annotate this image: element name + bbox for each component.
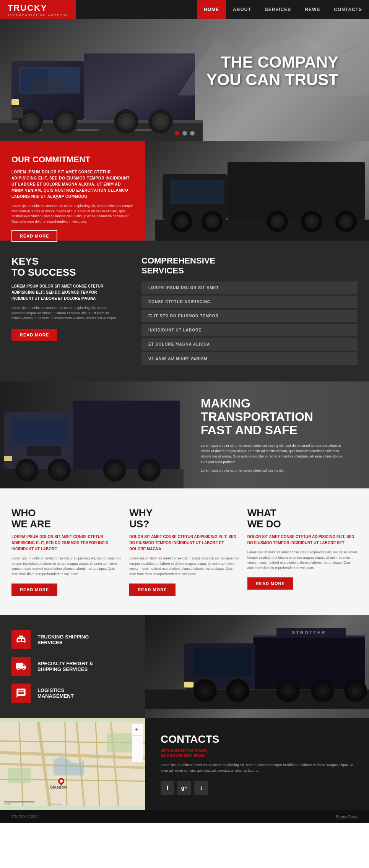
freight-icon-box [11,657,31,676]
who-text: Lorem ipsum dolor sit amet conse ctetur … [11,556,122,577]
freight-text: SPECIALTY FREIGHT &SHIPPING SERVICES [37,661,93,672]
social-icons: f g+ t [161,781,354,795]
svg-point-55 [23,466,31,474]
logistics-icon-box [11,684,31,703]
svg-point-61 [111,466,119,474]
svg-text:0   1km: 0 1km [4,803,11,806]
keys-left: KEYS TO SUCCESS LOREM IPSUM DOLOR SIT AM… [0,241,130,381]
freight-title: SPECIALTY FREIGHT &SHIPPING SERVICES [37,661,93,672]
svg-point-47 [343,218,349,225]
svg-point-22 [156,117,165,126]
service-item-4[interactable]: INCIDIDUNT UT LABORE [141,324,358,336]
nav-about[interactable]: ABOUT [226,0,258,19]
trucking-title: TRUCKING SHIPPINGSERVICES [37,634,89,645]
map-svg: Glasgow + − 0 1km © Map data [0,718,145,810]
why-bold: DOLOR SIT AMET CONSE CTETUR ADIPISICING … [129,534,239,552]
keys-title: KEYS TO SUCCESS [11,256,119,278]
hero-dot-2[interactable] [182,131,187,136]
who-bold: LOREM IPSUM DOLOR SIT AMET CONSE CTETUR … [11,534,122,552]
svg-rect-102 [107,734,134,753]
svg-text:STROTTER: STROTTER [292,630,326,635]
hero-dot-1[interactable] [175,131,179,136]
svg-rect-25 [33,80,63,92]
hero-title: THE COMPANY YOU CAN TRUST [206,53,338,89]
nav-contacts[interactable]: CONTACTS [327,0,369,19]
volvo-truck-svg: STROTTER [145,615,369,718]
hero-truck-svg [0,23,203,141]
svg-point-86 [319,687,327,695]
what-title: WHAT WE DO [247,508,358,529]
svg-rect-23 [11,99,19,105]
why-block: WHY US? DOLOR SIT AMET CONSE CTETUR ADIP… [129,508,239,596]
transport-text-2: Lorem ipsum dolor sit amet conse ctetur … [201,468,346,473]
footer: TRUCKY © 2015. Privacy Policy [0,810,369,823]
commitment-title: OUR COMMITMENT [11,155,134,165]
why-read-more-button[interactable]: READ MORE [129,584,175,596]
chat-icon [16,688,26,698]
svg-text:+: + [135,727,138,733]
twitter-icon[interactable]: t [194,781,208,795]
nav-home[interactable]: HOME [197,0,226,19]
svg-point-35 [178,218,185,225]
services-icons-right: STROTTER [145,615,369,718]
services-list: LOREM IPSUM DOLOR SIT AMET CONSE CTETUR … [141,281,358,365]
trucking-text: TRUCKING SHIPPINGSERVICES [37,634,89,645]
three-cols-section: WHO WE ARE LOREM IPSUM DOLOR SIT AMET CO… [0,488,369,615]
svg-rect-67 [253,635,365,689]
svg-point-58 [55,466,63,474]
svg-rect-24 [11,107,23,118]
nav-links: HOME ABOUT SERVICES NEWS CONTACTS [197,0,369,19]
commitment-normal-text: Lorem ipsum dolor sit amet conse ctetur … [11,204,134,224]
footer-copyright: TRUCKY © 2015. [11,815,39,818]
contacts-title: CONTACTS [161,733,354,745]
svg-point-16 [60,117,70,126]
keys-right: COMPREHENSIVE SERVICES LOREM IPSUM DOLOR… [130,241,369,381]
hero-text: THE COMPANY YOU CAN TRUST [206,53,338,89]
nav-services[interactable]: SERVICES [258,0,298,19]
logo[interactable]: TRUCKY TRANSPORTATION COMPANY [0,0,76,19]
transport-truck-svg [0,385,184,488]
service-trucking-row: TRUCKING SHIPPINGSERVICES [11,630,134,649]
what-read-more-button[interactable]: READ MORE [247,577,293,590]
contacts-right: CONTACTS 4578 MARMORA ROAD, GLASGOW DO4 … [145,718,369,810]
svg-rect-50 [11,418,69,445]
service-item-2[interactable]: CONSE CTETUR ADIPISCING [141,296,358,308]
logistics-text: LOGISTICSMANAGEMENT [37,687,74,699]
service-item-6[interactable]: UT ENIM AD MINIM VENIAM [141,352,358,365]
keys-normal-text: Lorem ipsum dolor sit amet conse ctetur … [11,305,119,321]
what-bold: DOLOR SIT AMET CONSE CTETUR ADIPISICING … [247,534,358,546]
hero-dot-3[interactable] [190,131,195,136]
hero-dots [175,131,195,136]
svg-rect-72 [193,649,251,676]
keys-read-more-button[interactable]: READ MORE [11,329,57,341]
logo-title: TRUCKY [8,3,68,13]
svg-text:−: − [135,737,138,743]
service-item-3[interactable]: ELIT SED DO EIUSMOD TEMPOR [141,310,358,322]
nav-news[interactable]: NEWS [298,0,327,19]
contacts-address: 4578 MARMORA ROAD, GLASGOW DO4 89GR [161,748,354,758]
transport-text-1: Lorem ipsum dolor sit amet conse ctetur … [201,443,346,465]
services-icons-left: TRUCKING SHIPPINGSERVICES SPECIALTY FREI… [0,615,145,718]
who-title: WHO WE ARE [11,508,122,529]
keys-bold-text: LOREM IPSUM DOLOR SIT AMET CONSE CTETUR … [11,283,119,302]
service-logistics-row: LOGISTICSMANAGEMENT [11,684,134,703]
hero-section: THE COMPANY YOU CAN TRUST [0,19,369,141]
svg-point-44 [308,218,315,225]
service-item-1[interactable]: LOREM IPSUM DOLOR SIT AMET [141,281,358,294]
footer-privacy-link[interactable]: Privacy Policy [336,815,358,818]
svg-rect-66 [145,690,369,709]
service-item-5[interactable]: ET DOLORE MAGNA ALIQUA [141,338,358,351]
svg-point-41 [274,218,281,225]
svg-point-89 [352,687,359,695]
facebook-icon[interactable]: f [161,781,174,795]
svg-rect-3 [76,129,99,131]
why-title: WHY US? [129,508,239,529]
svg-point-64 [145,466,153,474]
who-read-more-button[interactable]: READ MORE [11,584,57,596]
google-plus-icon[interactable]: g+ [177,781,191,795]
contacts-section: Glasgow + − 0 1km © Map data CONTACTS 45… [0,718,369,810]
svg-point-83 [284,687,292,695]
svg-text:© Map data: © Map data [50,803,62,806]
keys-section: KEYS TO SUCCESS LOREM IPSUM DOLOR SIT AM… [0,241,369,381]
box-icon [16,634,26,645]
